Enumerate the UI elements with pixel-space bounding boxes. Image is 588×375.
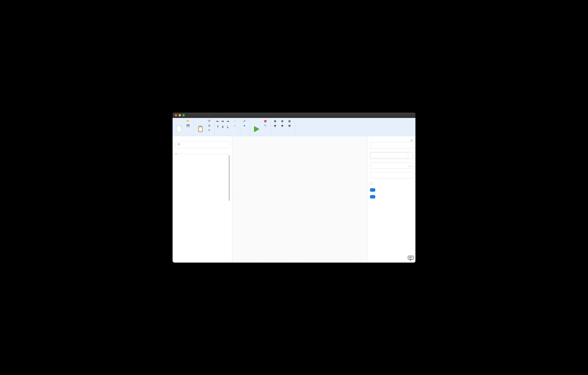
distribute-horizontal-button[interactable]: ↔ [232,119,239,123]
forward-button[interactable]: ▣ [280,119,286,123]
stop-icon [264,120,267,123]
align-top-icon[interactable]: ⤒ [216,125,219,129]
svg-line-8 [179,145,180,146]
align-center-icon[interactable]: ⇔ [221,120,224,123]
ribbon-group-label [273,134,293,136]
svg-marker-5 [254,126,259,132]
ribbon-group-alignment: ⇤ ⤒ ⇔ ⇕ ⇥ ⤓ ↔ [215,118,240,136]
delete-button[interactable]: ✕ [207,128,213,132]
app-window: 📂 💾 [173,113,415,263]
close-properties-button[interactable]: × [410,138,413,143]
block-list[interactable] [175,155,230,263]
ribbon-group-label [195,134,213,136]
new-file-icon [176,125,183,133]
sidebar-tabs [176,152,229,154]
search-box[interactable] [175,141,230,148]
group-button[interactable]: ▦ [287,119,293,123]
scissors-icon: ✂️ [208,120,211,123]
distribute-horizontal-icon: ↔ [233,120,236,123]
play-icon [253,125,260,133]
ungroup-button[interactable]: ▦ [287,124,293,128]
edges-layer [232,136,367,263]
folder-open-icon: 📂 [187,120,190,123]
stop-button[interactable] [263,119,269,123]
ribbon-group-tools: 🔗 ➤ [240,118,250,136]
align-bottom-icon[interactable]: ⤓ [226,125,229,129]
group-icon: ▦ [288,120,291,123]
to-back-icon: ▣ [273,124,277,127]
delimiter-input[interactable] [370,172,413,179]
window-controls [175,114,185,116]
ribbon-group-label [216,134,239,136]
tab-set-operations[interactable] [185,152,185,154]
tab-connections[interactable] [176,152,176,154]
backward-button[interactable]: ▣ [273,119,279,123]
save-icon: 💾 [187,124,190,127]
svg-rect-3 [199,126,201,127]
pointer-icon: ➤ [243,124,246,127]
maximize-window-button[interactable] [182,114,185,116]
ribbon-group-label [242,134,248,136]
bring-forward-icon: ▣ [281,120,284,123]
ribbon-group-label [251,134,269,136]
pointer-tool-button[interactable]: ➤ [242,124,248,128]
clipboard-icon [197,125,204,133]
connect-tool-button[interactable]: 🔗 [242,119,248,123]
file-select-button[interactable] [408,154,413,157]
minimize-window-button[interactable] [179,114,181,116]
connect-icon: 🔗 [243,120,246,123]
distribute-vertical-icon: ↕ [233,124,236,127]
titlebar [173,113,415,118]
distribute-vertical-button[interactable]: ↕ [232,124,239,128]
ribbon: 📂 💾 [173,118,415,136]
cut-button[interactable]: ✂️ [207,119,213,123]
headers-checkbox[interactable] [370,182,373,185]
to-front-button[interactable]: ▣ [280,124,286,128]
scrollbar[interactable] [229,155,230,201]
new-button[interactable] [174,119,185,134]
svg-rect-6 [264,120,267,122]
ribbon-group-label [174,134,192,136]
svg-marker-10 [410,259,412,261]
run-button[interactable] [251,119,262,134]
open-button[interactable]: 📂 [185,119,192,123]
data-definition-button[interactable] [370,188,375,192]
ribbon-group-arrange: ▣ ▣ ▣ ▣ [271,118,295,136]
search-input[interactable] [182,143,227,146]
align-right-icon[interactable]: ⇥ [226,120,229,123]
tab-actions[interactable] [180,152,181,154]
type-select[interactable]: ⌄ [370,162,413,169]
properties-save-button[interactable] [370,195,375,199]
file-input[interactable] [370,152,408,159]
to-front-icon: ▣ [281,124,284,127]
chat-icon[interactable] [408,256,414,261]
canvas[interactable] [232,136,367,263]
align-left-icon[interactable]: ⇤ [216,120,219,123]
ribbon-group-file: 📂 💾 [173,118,194,136]
to-back-button[interactable]: ▣ [273,124,279,128]
ungroup-icon: ▦ [288,124,291,127]
delete-icon: ✕ [208,129,211,132]
name-input[interactable] [370,142,413,149]
chevron-down-icon: ⌄ [409,164,411,167]
search-icon [177,143,180,146]
svg-rect-9 [408,256,413,259]
debug-button[interactable]: 🔧 [263,124,269,128]
wrench-icon: 🔧 [264,124,267,127]
paste-button[interactable] [195,119,206,134]
svg-rect-4 [199,127,202,131]
close-window-button[interactable] [175,114,177,116]
copy-button[interactable]: ⧉ [207,124,213,128]
send-backward-icon: ▣ [273,120,277,123]
ribbon-group-edit: ✂️ ⧉ ✕ [194,118,215,136]
sidebar [173,136,232,263]
save-button[interactable]: 💾 [185,124,192,128]
properties-panel: × ⌄ [367,136,415,263]
svg-point-7 [178,143,179,145]
main-body: × ⌄ [173,136,415,263]
align-middle-icon[interactable]: ⇕ [221,125,224,129]
copy-icon: ⧉ [208,124,211,127]
ribbon-group-transform: 🔧 [250,118,271,136]
